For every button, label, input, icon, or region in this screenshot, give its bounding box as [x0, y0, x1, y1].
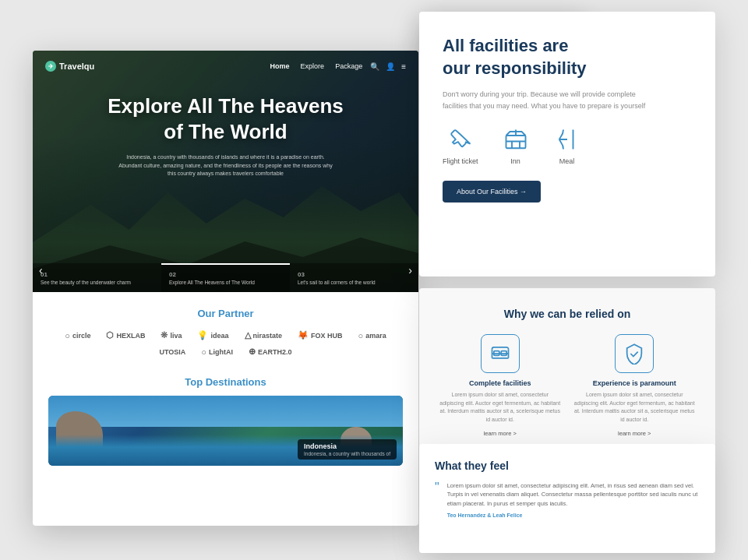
- relied-experience-name: Experience is paramount: [593, 379, 676, 387]
- destination-badge: Indonesia Indonesia, a country with thou…: [298, 439, 397, 460]
- slide-item-3[interactable]: 03 Let's sail to all corners of the worl…: [290, 263, 418, 292]
- logo: ✈ Travelqu: [45, 61, 94, 72]
- meal-label: Meal: [559, 157, 575, 165]
- relied-facilities-name: Complete facilities: [469, 379, 531, 387]
- destination-image: Indonesia Indonesia, a country with thou…: [48, 396, 403, 466]
- relied-item-facilities: Complete facilities Lorem ipsum dolor si…: [439, 334, 562, 437]
- flight-icon: [446, 125, 475, 153]
- partner-liva[interactable]: ❊ liva: [161, 330, 182, 340]
- partner-utosia[interactable]: UTOSIA: [159, 347, 185, 357]
- flight-label: Flight ticket: [443, 157, 478, 165]
- slide-prev-button[interactable]: ‹: [39, 264, 43, 276]
- dest-sky: [48, 396, 403, 427]
- partner-nirastate[interactable]: △ nirastate: [245, 330, 283, 340]
- user-icon[interactable]: 👤: [386, 62, 395, 71]
- screenshot-wrapper: 🌿 🌿 ✈ Travelqu Home Explore Pack: [0, 0, 748, 560]
- partner-amara[interactable]: ○ amara: [358, 330, 386, 340]
- facility-flight: Flight ticket: [443, 125, 478, 165]
- relied-grid: Complete facilities Lorem ipsum dolor si…: [439, 334, 696, 437]
- quote-icon: ": [435, 481, 439, 518]
- partner-logos: ○ circle ⬡ HEXLAB ❊ liva 💡 ideaa △ niras…: [48, 330, 403, 357]
- inn-label: Inn: [510, 157, 520, 165]
- partner-lightai[interactable]: ○ LightAI: [201, 347, 233, 357]
- slide-item-1[interactable]: 01 See the beauty of the underwater char…: [33, 263, 161, 292]
- shield-check-icon: [615, 334, 654, 373]
- slide-item-2[interactable]: 02 Explore All The Heavens of The World: [161, 263, 290, 292]
- partner-ideaa[interactable]: 💡 ideaa: [197, 330, 228, 340]
- relied-title: Why we can be relied on: [439, 308, 696, 320]
- partner-title: Our Partner: [48, 308, 403, 319]
- hero-title: Explore All The Heavens of The World: [48, 93, 403, 144]
- partner-circle[interactable]: ○ circle: [65, 330, 90, 340]
- feel-title: What they feel: [435, 460, 700, 472]
- nav-package[interactable]: Package: [335, 62, 362, 70]
- relied-experience-link[interactable]: learn more >: [618, 430, 651, 437]
- facility-inn: Inn: [502, 125, 530, 165]
- nav-links: Home Explore Package: [270, 62, 363, 70]
- hero-content: Explore All The Heavens of The World Ind…: [33, 93, 418, 178]
- partner-foxhub[interactable]: 🦊 FOX HUB: [298, 330, 343, 340]
- destination-desc: Indonesia, a country with thousands of: [304, 451, 390, 456]
- search-icon[interactable]: 🔍: [370, 62, 379, 71]
- destination-name: Indonesia: [304, 442, 390, 450]
- relied-experience-desc: Lorem ipsum dolor sit amet, consectetur …: [573, 391, 697, 424]
- slide-next-button[interactable]: ›: [408, 264, 412, 276]
- hero-description: Indonesia, a country with thousands of i…: [117, 153, 335, 178]
- facilities-panel: All facilities are our responsibility Do…: [419, 12, 715, 276]
- logo-icon: ✈: [45, 61, 56, 72]
- meal-icon: [553, 125, 581, 153]
- slide-indicators: 01 See the beauty of the underwater char…: [33, 263, 418, 292]
- travel-website-panel: ✈ Travelqu Home Explore Package 🔍 👤 ≡ Ex…: [33, 51, 418, 526]
- relied-item-experience: Experience is paramount Lorem ipsum dolo…: [573, 334, 697, 437]
- nav-icons: 🔍 👤 ≡: [370, 62, 406, 71]
- partner-section: Our Partner ○ circle ⬡ HEXLAB ❊ liva 💡 i…: [33, 292, 418, 368]
- feel-panel: What they feel " Lorem ipsum dolor sit a…: [419, 444, 715, 553]
- destinations-title: Top Destinations: [48, 376, 403, 388]
- facilities-button[interactable]: About Our Facilities →: [443, 181, 541, 203]
- facility-icons: Flight ticket Inn Meal: [443, 125, 692, 165]
- bed-icon: [481, 334, 520, 373]
- nav-home[interactable]: Home: [270, 62, 290, 70]
- quote-text: Lorem ipsum dolor sit amet, consectetur …: [447, 481, 700, 508]
- facilities-description: Don't worry during your trip. Because we…: [443, 89, 661, 111]
- menu-icon[interactable]: ≡: [401, 62, 406, 71]
- quote-author: Teo Hernandez & Leah Felice: [447, 512, 700, 518]
- relied-facilities-desc: Lorem ipsum dolor sit amet, consectetur …: [439, 391, 562, 424]
- relied-facilities-link[interactable]: learn more >: [484, 430, 517, 437]
- partner-hexlab[interactable]: ⬡ HEXLAB: [106, 330, 145, 340]
- navbar: ✈ Travelqu Home Explore Package 🔍 👤 ≡: [33, 51, 418, 82]
- hotel-icon: [502, 125, 530, 153]
- logo-text: Travelqu: [59, 62, 94, 71]
- feel-quote: " Lorem ipsum dolor sit amet, consectetu…: [435, 481, 700, 518]
- nav-explore[interactable]: Explore: [301, 62, 325, 70]
- facilities-title: All facilities are our responsibility: [443, 35, 692, 79]
- partner-earth[interactable]: ⊕ EARTH2.0: [249, 347, 292, 357]
- destinations-section: Top Destinations Indonesia Indonesia, a …: [33, 368, 418, 474]
- facility-meal: Meal: [553, 125, 581, 165]
- hero-section: ✈ Travelqu Home Explore Package 🔍 👤 ≡ Ex…: [33, 51, 418, 292]
